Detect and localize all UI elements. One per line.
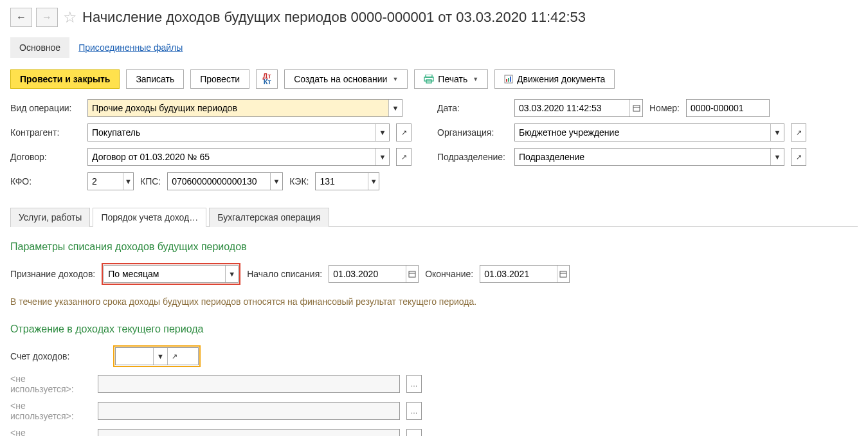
recognition-input[interactable] xyxy=(104,266,225,282)
dropdown-button[interactable]: ▼ xyxy=(770,149,784,165)
date-label: Дата: xyxy=(437,103,508,113)
dept-input[interactable] xyxy=(515,149,770,165)
number-input[interactable] xyxy=(687,100,769,116)
tab-income-order[interactable]: Порядок учета доход… xyxy=(93,208,206,227)
forward-button[interactable]: → xyxy=(36,8,58,27)
subtab-main[interactable]: Основное xyxy=(10,37,69,58)
more-button[interactable]: … xyxy=(407,430,421,436)
chevron-down-icon: ▼ xyxy=(392,76,398,82)
dropdown-button[interactable]: ▼ xyxy=(368,173,379,190)
post-and-close-button[interactable]: Провести и закрыть xyxy=(10,69,120,89)
back-button[interactable]: ← xyxy=(10,8,32,27)
dropdown-button[interactable]: ▼ xyxy=(270,173,283,190)
print-label: Печать xyxy=(438,74,467,84)
section-writeoff-title: Параметры списания доходов будущих перио… xyxy=(10,241,858,253)
unused-label-3: <не используется>: xyxy=(10,428,91,436)
op-type-label: Вид операции: xyxy=(10,103,81,113)
chevron-down-icon: ▼ xyxy=(473,76,478,82)
open-button[interactable]: ↗ xyxy=(397,124,411,141)
open-button[interactable]: ↗ xyxy=(397,149,411,165)
unused-input-2[interactable] xyxy=(98,403,399,419)
org-label: Организация: xyxy=(437,127,508,138)
create-based-on-button[interactable]: Создать на основании ▼ xyxy=(284,69,408,89)
date-input[interactable] xyxy=(515,100,629,116)
kek-label: КЭК: xyxy=(289,176,309,186)
open-button[interactable]: ↗ xyxy=(167,348,181,365)
printer-icon xyxy=(424,75,434,84)
org-input[interactable] xyxy=(515,124,770,141)
unused-label-2: <не используется>: xyxy=(10,401,91,421)
dept-label: Подразделение: xyxy=(437,152,508,162)
kps-input[interactable] xyxy=(168,173,269,190)
end-label: Окончание: xyxy=(425,269,473,279)
dropdown-button[interactable]: ▼ xyxy=(770,124,784,141)
svg-rect-11 xyxy=(560,271,566,277)
number-label: Номер: xyxy=(649,103,680,113)
recognition-label: Признание доходов: xyxy=(10,269,95,279)
unused-label-1: <не используется>: xyxy=(10,374,91,394)
tab-services[interactable]: Услуги, работы xyxy=(10,208,90,227)
contract-input[interactable] xyxy=(88,149,375,165)
tab-accounting-operation[interactable]: Бухгалтерская операция xyxy=(209,208,329,227)
report-icon xyxy=(504,75,513,84)
kfo-input[interactable] xyxy=(88,173,123,190)
dtkt-button[interactable]: ДтКт xyxy=(256,69,278,89)
print-button[interactable]: Печать ▼ xyxy=(414,69,488,89)
dropdown-button[interactable]: ▼ xyxy=(123,173,133,190)
dropdown-button[interactable]: ▼ xyxy=(388,100,402,116)
section-current-income-title: Отражение в доходах текущего периода xyxy=(10,323,858,335)
svg-rect-6 xyxy=(510,77,511,82)
page-title: Начисление доходов будущих периодов 0000… xyxy=(82,9,586,26)
income-account-label: Счет доходов: xyxy=(10,351,107,361)
svg-rect-5 xyxy=(508,78,509,82)
unused-input-3[interactable] xyxy=(98,430,399,436)
create-based-label: Создать на основании xyxy=(294,74,387,84)
start-date-input[interactable] xyxy=(329,266,406,282)
dropdown-button[interactable]: ▼ xyxy=(153,348,167,365)
income-account-input[interactable] xyxy=(116,348,153,365)
svg-rect-4 xyxy=(506,79,507,82)
save-button[interactable]: Записать xyxy=(126,69,184,89)
svg-rect-9 xyxy=(409,271,415,277)
dropdown-button[interactable]: ▼ xyxy=(375,149,389,165)
doc-movements-button[interactable]: Движения документа xyxy=(494,69,615,89)
dtkt-icon: ДтКт xyxy=(263,73,271,85)
more-button[interactable]: … xyxy=(407,403,421,419)
dropdown-button[interactable]: ▼ xyxy=(225,266,238,282)
contract-label: Договор: xyxy=(10,152,81,162)
movements-label: Движения документа xyxy=(517,74,605,84)
kek-input[interactable] xyxy=(316,173,367,190)
post-button[interactable]: Провести xyxy=(190,69,249,89)
kfo-label: КФО: xyxy=(10,176,81,186)
end-date-input[interactable] xyxy=(480,266,557,282)
contractor-input[interactable] xyxy=(88,124,375,141)
dropdown-button[interactable]: ▼ xyxy=(375,124,389,141)
calendar-button[interactable] xyxy=(629,100,642,116)
svg-rect-1 xyxy=(424,77,433,81)
calendar-button[interactable] xyxy=(406,266,418,282)
favorite-star-icon[interactable]: ☆ xyxy=(62,9,78,26)
open-button[interactable]: ↗ xyxy=(791,149,806,165)
open-button[interactable]: ↗ xyxy=(791,124,806,141)
more-button[interactable]: … xyxy=(407,376,421,392)
svg-rect-7 xyxy=(633,105,640,111)
kps-label: КПС: xyxy=(140,176,161,186)
start-label: Начало списания: xyxy=(247,269,322,279)
calendar-button[interactable] xyxy=(557,266,569,282)
writeoff-note: В течение указанного срока доходы будущи… xyxy=(10,296,858,307)
contractor-label: Контрагент: xyxy=(10,127,81,138)
unused-input-1[interactable] xyxy=(98,376,399,392)
subtab-files[interactable]: Присоединенные файлы xyxy=(69,37,192,58)
op-type-input[interactable] xyxy=(88,100,388,116)
